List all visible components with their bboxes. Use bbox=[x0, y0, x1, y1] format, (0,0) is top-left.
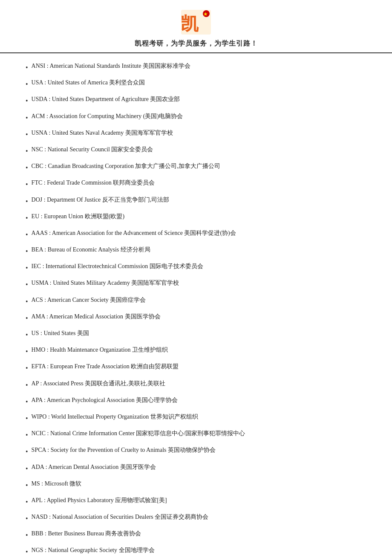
header-tagline: 凯程考研，为学员服务，为学生引路！ bbox=[135, 39, 258, 48]
list-item: •AMA : American Medical Association 美国医学… bbox=[26, 312, 366, 324]
bullet-icon: • bbox=[26, 346, 28, 357]
bullet-icon: • bbox=[26, 145, 28, 157]
item-text: AMA : American Medical Association 美国医学协… bbox=[32, 312, 366, 322]
logo-icon: 凯 ★ bbox=[179, 8, 213, 37]
bullet-icon: • bbox=[26, 62, 28, 73]
item-text: WIPO : World Intellectual Property Organ… bbox=[32, 412, 366, 422]
item-text: ANSI : American National Standards Insti… bbox=[32, 61, 366, 71]
list-item: •AP : Associated Press 美国联合通讯社,美联社,美联社 bbox=[26, 379, 366, 391]
list-item: •NGS : National Geographic Society 全国地理学… bbox=[26, 545, 366, 555]
list-item: •USMA : United States Military Academy 美… bbox=[26, 278, 366, 290]
bullet-icon: • bbox=[26, 546, 28, 555]
item-text: MS : Microsoft 微软 bbox=[32, 479, 366, 489]
content-area: •ANSI : American National Standards Inst… bbox=[0, 61, 392, 555]
bullet-icon: • bbox=[26, 480, 28, 491]
item-text: NGS : National Geographic Society 全国地理学会 bbox=[32, 545, 366, 555]
bullet-icon: • bbox=[26, 212, 28, 224]
bullet-icon: • bbox=[26, 429, 28, 441]
svg-text:凯: 凯 bbox=[181, 14, 199, 34]
bullet-icon: • bbox=[26, 162, 28, 173]
item-text: ACM : Association for Computing Machiner… bbox=[32, 111, 366, 121]
list-item: •USA : United States of America 美利坚合众国 bbox=[26, 78, 366, 90]
item-text: APA : American Psychological Association… bbox=[32, 395, 366, 405]
item-text: NSC : National Security Council 国家安全委员会 bbox=[32, 145, 366, 155]
bullet-icon: • bbox=[26, 196, 28, 207]
bullet-icon: • bbox=[26, 329, 28, 341]
bullet-icon: • bbox=[26, 396, 28, 408]
abbreviations-list: •ANSI : American National Standards Inst… bbox=[26, 61, 366, 555]
item-text: EFTA : European Free Trade Association 欧… bbox=[32, 361, 366, 372]
list-item: •ADA : American Dental Association 美国牙医学… bbox=[26, 462, 366, 474]
item-text: DOJ : Department Of Justice 反不正当竞争部门,司法部 bbox=[32, 195, 366, 205]
list-item: •MS : Microsoft 微软 bbox=[26, 479, 366, 491]
bullet-icon: • bbox=[26, 446, 28, 457]
list-item: •NSC : National Security Council 国家安全委员会 bbox=[26, 145, 366, 157]
bullet-icon: • bbox=[26, 529, 28, 541]
list-item: •APL : Applied Physics Laboratory 应用物理试验… bbox=[26, 495, 366, 508]
list-item: •DOJ : Department Of Justice 反不正当竞争部门,司法… bbox=[26, 195, 366, 207]
list-item: •AAAS : American Association for the Adv… bbox=[26, 228, 366, 240]
bullet-icon: • bbox=[26, 246, 28, 257]
list-item: •SPCA : Society for the Prevention of Cr… bbox=[26, 445, 366, 457]
item-text: FTC : Federal Trade Commission 联邦商业委员会 bbox=[32, 178, 366, 188]
list-item: •USNA : United States Naval Academy 美国海军… bbox=[26, 128, 366, 140]
item-text: AP : Associated Press 美国联合通讯社,美联社,美联社 bbox=[32, 379, 366, 389]
item-text: USA : United States of America 美利坚合众国 bbox=[32, 78, 366, 88]
item-text: APL : Applied Physics Laboratory 应用物理试验室… bbox=[32, 495, 366, 506]
bullet-icon: • bbox=[26, 362, 28, 374]
list-item: •IEC : International Electrotechnical Co… bbox=[26, 261, 366, 274]
list-item: •ACM : Association for Computing Machine… bbox=[26, 111, 366, 124]
list-item: •EU : European Union 欧洲联盟(欧盟) bbox=[26, 211, 366, 224]
list-item: •EFTA : European Free Trade Association … bbox=[26, 361, 366, 374]
bullet-icon: • bbox=[26, 312, 28, 324]
list-item: •HMO : Health Maintenance Organization 卫… bbox=[26, 345, 366, 357]
bullet-icon: • bbox=[26, 296, 28, 307]
item-text: HMO : Health Maintenance Organization 卫生… bbox=[32, 345, 366, 355]
item-text: BBB : Better Business Bureau 商务改善协会 bbox=[32, 529, 366, 539]
bullet-icon: • bbox=[26, 413, 28, 424]
item-text: USNA : United States Naval Academy 美国海军军… bbox=[32, 128, 366, 138]
item-text: SPCA : Society for the Prevention of Cru… bbox=[32, 445, 366, 455]
list-item: •CBC : Canadian Broadcasting Corporation… bbox=[26, 161, 366, 173]
bullet-icon: • bbox=[26, 129, 28, 140]
item-text: IEC : International Electrotechnical Com… bbox=[32, 261, 366, 272]
item-text: NCIC : National Crime Information Center… bbox=[32, 428, 366, 439]
item-text: USMA : United States Military Academy 美国… bbox=[32, 278, 366, 288]
list-item: •APA : American Psychological Associatio… bbox=[26, 395, 366, 408]
list-item: •BBB : Better Business Bureau 商务改善协会 bbox=[26, 529, 366, 541]
svg-text:★: ★ bbox=[203, 11, 208, 17]
list-item: •USDA : United States Department of Agri… bbox=[26, 94, 366, 107]
item-text: ADA : American Dental Association 美国牙医学会 bbox=[32, 462, 366, 472]
item-text: ACS : American Cancer Society 美国癌症学会 bbox=[32, 295, 366, 305]
bullet-icon: • bbox=[26, 463, 28, 474]
bullet-icon: • bbox=[26, 379, 28, 391]
list-item: •FTC : Federal Trade Commission 联邦商业委员会 bbox=[26, 178, 366, 190]
page-header: 凯 ★ 凯程考研，为学员服务，为学生引路！ bbox=[0, 0, 392, 53]
bullet-icon: • bbox=[26, 229, 28, 240]
logo-container: 凯 ★ bbox=[179, 8, 213, 37]
list-item: •BEA : Bureau of Economic Analysis 经济分析局 bbox=[26, 245, 366, 257]
bullet-icon: • bbox=[26, 95, 28, 107]
list-item: •WIPO : World Intellectual Property Orga… bbox=[26, 412, 366, 424]
item-text: US : United States 美国 bbox=[32, 328, 366, 338]
bullet-icon: • bbox=[26, 78, 28, 90]
item-text: USDA : United States Department of Agric… bbox=[32, 94, 366, 104]
item-text: BEA : Bureau of Economic Analysis 经济分析局 bbox=[32, 245, 366, 255]
item-text: NASD : National Association of Securitie… bbox=[32, 512, 366, 522]
list-item: •ACS : American Cancer Society 美国癌症学会 bbox=[26, 295, 366, 307]
bullet-icon: • bbox=[26, 112, 28, 124]
list-item: •NASD : National Association of Securiti… bbox=[26, 512, 366, 524]
list-item: •NCIC : National Crime Information Cente… bbox=[26, 428, 366, 441]
bullet-icon: • bbox=[26, 279, 28, 290]
bullet-icon: • bbox=[26, 262, 28, 274]
bullet-icon: • bbox=[26, 513, 28, 524]
bullet-icon: • bbox=[26, 496, 28, 508]
bullet-icon: • bbox=[26, 179, 28, 190]
list-item: •ANSI : American National Standards Inst… bbox=[26, 61, 366, 73]
item-text: EU : European Union 欧洲联盟(欧盟) bbox=[32, 211, 366, 222]
list-item: •US : United States 美国 bbox=[26, 328, 366, 341]
item-text: AAAS : American Association for the Adva… bbox=[32, 228, 366, 238]
item-text: CBC : Canadian Broadcasting Corporation … bbox=[32, 161, 366, 171]
